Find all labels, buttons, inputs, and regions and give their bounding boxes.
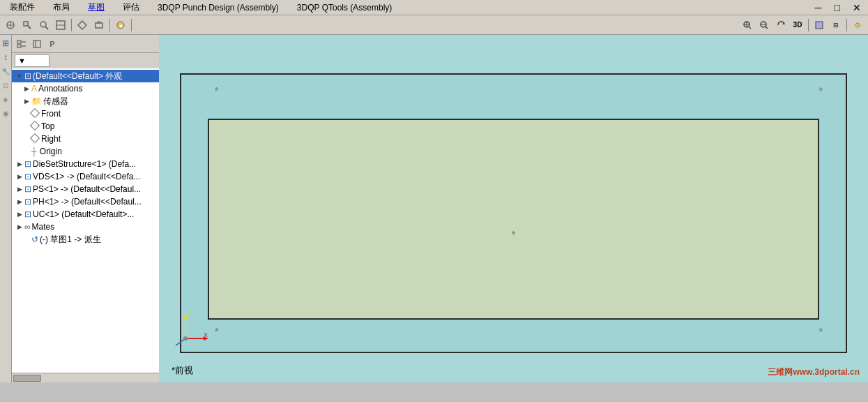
svg-rect-29 — [17, 45, 21, 47]
left-icon-6[interactable]: ◉ — [0, 107, 11, 119]
tree-expand-annotations[interactable]: ▶ — [22, 85, 31, 92]
display-style-icon[interactable] — [812, 17, 827, 33]
toolbar-icon-7[interactable]: ★ — [113, 17, 128, 33]
star-mark-bl: * — [215, 326, 218, 337]
minimize-button[interactable]: ─ — [812, 2, 825, 13]
svg-line-4 — [28, 26, 31, 29]
tree-item-sketch1[interactable]: ↺ (-) 草图1 -> 派生 — [12, 233, 171, 246]
left-icon-3[interactable]: 🔧 — [0, 66, 11, 77]
tree-item-uc[interactable]: ▶ ⊡ UC<1> (Default<Default>... — [12, 208, 171, 221]
tree-label-root: (Default<<Default> 外观 — [33, 70, 122, 82]
menu-item-punch[interactable]: 3DQP Punch Design (Assembly) — [152, 1, 284, 14]
tree-toolbar-btn-2[interactable] — [30, 37, 44, 51]
separator-1 — [71, 19, 72, 31]
left-icon-5[interactable]: ◈ — [0, 94, 11, 105]
toolbar-icon-1[interactable] — [3, 17, 18, 33]
component-icon-vds: ⊡ — [24, 172, 31, 181]
feature-tree: P » ▼ ▼ ⊡ (Default<<Default> 外观 — [12, 35, 171, 382]
restore-button[interactable]: □ — [832, 2, 843, 13]
left-icon-strip: ⊞ ↕ 🔧 ⊡ ◈ ◉ — [0, 35, 12, 382]
left-icon-1[interactable]: ⊞ — [0, 38, 11, 49]
tree-item-right[interactable]: Right — [12, 133, 171, 145]
filter-dropdown[interactable]: ▼ — [15, 54, 50, 67]
svg-text:Y: Y — [187, 311, 191, 318]
section-view-icon[interactable]: ⊟ — [828, 17, 844, 33]
svg-point-23 — [855, 23, 860, 27]
svg-rect-22 — [816, 22, 823, 29]
star-mark-tl: * — [215, 85, 218, 96]
tree-label-ph: PH<1> -> (Default<<Defaul... — [33, 197, 142, 207]
star-mark-center: * — [512, 229, 515, 240]
svg-marker-9 — [78, 21, 86, 29]
plane-icon-front — [31, 109, 38, 119]
component-icon-ps: ⊡ — [24, 184, 31, 194]
tree-item-annotations[interactable]: ▶ A Annotations — [12, 82, 171, 95]
svg-point-5 — [40, 22, 46, 27]
svg-rect-28 — [17, 40, 21, 43]
view-orient-icon[interactable]: 3D — [790, 17, 805, 33]
plane-icon-top — [31, 121, 38, 131]
tree-item-ps[interactable]: ▶ ⊡ PS<1> -> (Default<<Defaul... — [12, 183, 171, 195]
mates-icon: ∞ — [24, 222, 31, 232]
svg-line-6 — [45, 27, 48, 29]
tree-item-sensor[interactable]: ▶ 📁 传感器 — [12, 95, 171, 107]
view-label: *前视 — [172, 364, 193, 377]
scroll-thumb[interactable] — [13, 375, 41, 382]
tree-expand-root[interactable]: ▼ — [15, 73, 24, 80]
tree-item-dieset[interactable]: ▶ ⊡ DieSetStructure<1> (Defa... — [12, 158, 171, 170]
tree-item-origin[interactable]: ┼ Origin — [12, 145, 171, 158]
viewport[interactable]: * * * * * Y X *前视 三维网www.3dportal.cn — [159, 35, 868, 382]
tree-item-front[interactable]: Front — [12, 107, 171, 120]
svg-line-20 — [766, 27, 768, 29]
star-mark-tr: * — [819, 85, 823, 96]
svg-rect-10 — [96, 23, 102, 28]
svg-marker-11 — [98, 22, 100, 23]
star-mark-br: * — [819, 326, 823, 337]
toolbar-icon-6[interactable] — [91, 17, 107, 33]
left-icon-4[interactable]: ⊡ — [0, 80, 11, 91]
tree-label-dieset: DieSetStructure<1> (Defa... — [33, 159, 136, 169]
toolbar-icon-3[interactable] — [36, 17, 52, 33]
toolbar-icon-5[interactable] — [75, 17, 90, 33]
view-rotate-icon[interactable] — [773, 17, 789, 33]
lighting-icon[interactable] — [850, 17, 865, 33]
zoom-fit-icon[interactable] — [756, 17, 772, 33]
tree-item-vds[interactable]: ▶ ⊡ VDS<1> -> (Default<<Defa... — [12, 170, 171, 183]
component-icon-uc: ⊡ — [24, 209, 31, 219]
tree-label-ps: PS<1> -> (Default<<Defaul... — [33, 184, 141, 194]
sketch-icon: ↺ — [31, 234, 38, 244]
sidebar-scrollbar[interactable] — [12, 373, 171, 382]
axis-indicator: Y X — [172, 311, 210, 349]
menu-item-layout[interactable]: 布局 — [47, 0, 75, 15]
tree-item-ph[interactable]: ▶ ⊡ PH<1> -> (Default<<Defaul... — [12, 195, 171, 208]
branding-label: 三维网www.3dportal.cn — [768, 366, 860, 378]
left-icon-2[interactable]: ↕ — [0, 52, 11, 63]
svg-rect-32 — [33, 40, 40, 47]
menu-item-assembly[interactable]: 装配件 — [4, 0, 40, 15]
component-icon-dieset: ⊡ — [24, 159, 31, 169]
separator-2 — [109, 19, 110, 31]
menu-item-sketch[interactable]: 草图 — [82, 0, 110, 15]
tree-label-annotations: Annotations — [38, 84, 82, 94]
toolbar-icon-2[interactable] — [20, 17, 35, 33]
tree-toolbar-btn-1[interactable] — [15, 37, 29, 51]
main-content: ⊞ ↕ 🔧 ⊡ ◈ ◉ — [0, 35, 868, 382]
separator-3 — [131, 19, 132, 31]
tree-label-origin: Origin — [40, 147, 62, 156]
component-icon-ph: ⊡ — [24, 197, 31, 207]
tree-toolbar-btn-3[interactable]: P — [45, 37, 59, 51]
tree-item-top[interactable]: Top — [12, 120, 171, 133]
inner-sketch-area — [208, 119, 819, 320]
svg-text:★: ★ — [119, 23, 123, 29]
toolbar-icon-4[interactable] — [53, 17, 68, 33]
menu-item-qtools[interactable]: 3DQP QTools (Assembly) — [291, 1, 397, 14]
menu-item-evaluate[interactable]: 评估 — [117, 0, 145, 15]
svg-text:X: X — [204, 332, 208, 338]
zoom-in-icon[interactable] — [740, 17, 755, 33]
tree-expand-sensor[interactable]: ▶ — [22, 98, 31, 105]
tree-item-mates[interactable]: ▶ ∞ Mates — [12, 221, 171, 233]
tree-item-root[interactable]: ▼ ⊡ (Default<<Default> 外观 — [12, 70, 171, 82]
folder-icon-sensor: 📁 — [31, 96, 42, 106]
close-button[interactable]: ✕ — [850, 2, 864, 13]
folder-icon-annotations: A — [31, 84, 37, 94]
